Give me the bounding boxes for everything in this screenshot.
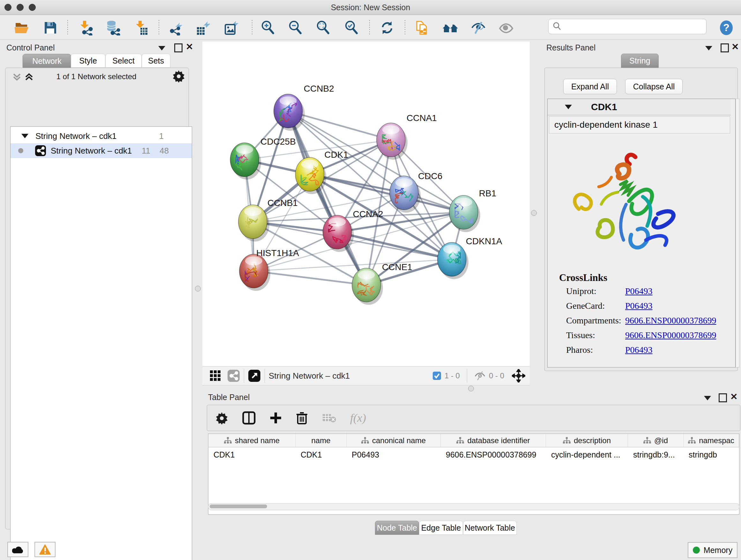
import-table-button[interactable]	[133, 19, 151, 36]
selected-checkbox-icon[interactable]	[432, 371, 441, 380]
collapse-all-button[interactable]: Collapse All	[625, 79, 683, 94]
column-header-label: namespac	[699, 436, 734, 445]
import-network-icon	[78, 20, 94, 36]
panel-float-icon[interactable]	[174, 44, 183, 52]
panel-close-icon[interactable]: ✕	[730, 391, 738, 402]
warnings-button[interactable]	[35, 542, 56, 557]
table-cell[interactable]: CDK1	[295, 448, 347, 462]
table-cell[interactable]: CDK1	[208, 448, 295, 462]
zoom-fit-button[interactable]	[314, 19, 332, 36]
help-button[interactable]: ?	[718, 19, 735, 36]
bottom-splitter-grip[interactable]	[468, 386, 474, 391]
hidden-eye-icon[interactable]	[474, 371, 486, 381]
export-image-button[interactable]	[222, 19, 240, 36]
network-node-HIST1H1A[interactable]: HIST1H1A	[239, 248, 299, 291]
panel-close-icon[interactable]: ✕	[731, 42, 739, 52]
crosslink-value-link[interactable]: P06493	[625, 286, 653, 296]
crosslink-value-link[interactable]: 9606.ENSP00000378699	[625, 330, 716, 340]
network-row[interactable]: String Network – cdk1 11 48	[10, 143, 192, 158]
network-options-gear-icon[interactable]	[172, 70, 185, 84]
zoom-in-button[interactable]	[259, 19, 277, 36]
table-cell[interactable]: 9606.ENSP00000378699	[441, 448, 546, 462]
detach-view-icon[interactable]	[248, 369, 261, 382]
collection-expand-icon[interactable]	[21, 134, 28, 138]
table-hscrollbar[interactable]	[208, 503, 739, 510]
column-header--id[interactable]: @id	[628, 434, 684, 447]
network-node-CDC6[interactable]: CDC6	[390, 171, 442, 212]
cloud-button[interactable]	[7, 542, 28, 557]
left-splitter-grip[interactable]	[195, 286, 201, 292]
export-network-button[interactable]	[167, 19, 185, 36]
column-tree-icon	[643, 437, 651, 444]
node-table[interactable]: shared nameCDK1nameCDK1canonical nameP06…	[208, 434, 739, 515]
save-session-button[interactable]	[42, 19, 59, 36]
network-node-RB1[interactable]: RB1	[449, 188, 496, 232]
search-box[interactable]	[548, 19, 706, 34]
crosslink-value-link[interactable]: P06493	[625, 301, 653, 311]
column-header-shared-name[interactable]: shared name	[208, 434, 295, 447]
column-header-description[interactable]: description	[546, 434, 628, 447]
show-all-button[interactable]	[497, 19, 515, 36]
table-cell[interactable]: stringdb:9...	[628, 448, 684, 462]
birdseye-view-icon[interactable]	[227, 369, 240, 382]
table-hscrollbar-thumb[interactable]	[210, 504, 267, 508]
panel-menu-icon[interactable]	[704, 396, 711, 400]
network-node-CDKN1A[interactable]: CDKN1A	[437, 236, 502, 279]
tab-string[interactable]: String	[621, 54, 659, 68]
panel-menu-icon[interactable]	[705, 46, 712, 51]
protein-card-header[interactable]: CDK1	[548, 99, 731, 115]
table-cell[interactable]: stringdb	[684, 448, 739, 462]
tab-network[interactable]: Network	[22, 54, 71, 68]
zoom-selected-button[interactable]	[343, 19, 360, 36]
tab-node-table[interactable]: Node Table	[375, 521, 419, 535]
table-gear-icon[interactable]	[215, 412, 228, 424]
tab-sets[interactable]: Sets	[142, 54, 171, 68]
results-scrollbar[interactable]	[736, 99, 739, 368]
network-node-CCNE1[interactable]: CCNE1	[352, 262, 412, 305]
network-collection-row[interactable]: String Network – cdk1 1	[10, 129, 192, 143]
import-network-file-button[interactable]	[77, 19, 95, 36]
panel-float-icon[interactable]	[719, 393, 727, 402]
crosslink-value-link[interactable]: 9606.ENSP00000378699	[625, 315, 716, 326]
expand-all-networks-icon[interactable]	[23, 71, 35, 84]
expand-all-button[interactable]: Expand All	[563, 79, 617, 94]
tab-select[interactable]: Select	[105, 54, 142, 68]
tab-network-table[interactable]: Network Table	[463, 521, 517, 535]
memory-button[interactable]: Memory	[688, 542, 738, 558]
add-column-icon[interactable]	[270, 412, 282, 424]
string-documents-button[interactable]	[413, 19, 431, 36]
network-canvas[interactable]: CCNB2CCNA1CDC25BCDK1CDC6RB1CCNB1CCNA2CDK…	[202, 42, 530, 366]
search-input[interactable]	[564, 22, 703, 31]
panel-close-icon[interactable]: ✕	[186, 42, 193, 52]
network-edge[interactable]	[254, 271, 366, 285]
column-header-namespac[interactable]: namespac	[684, 434, 739, 447]
tab-style[interactable]: Style	[71, 54, 105, 68]
network-node-CCNA1[interactable]: CCNA1	[377, 113, 437, 160]
refresh-button[interactable]	[378, 19, 396, 36]
column-header-name[interactable]: name	[295, 434, 347, 447]
fit-content-crosshair-icon[interactable]	[512, 369, 525, 382]
open-file-button[interactable]	[13, 19, 30, 36]
export-table-button[interactable]	[194, 19, 212, 36]
hide-unselected-button[interactable]	[469, 19, 487, 36]
network-edge[interactable]	[288, 111, 366, 285]
network-node-CDC25B[interactable]: CDC25B	[230, 137, 295, 179]
panel-float-icon[interactable]	[721, 44, 729, 52]
delete-column-icon[interactable]	[296, 412, 308, 424]
column-selector-icon[interactable]	[242, 411, 256, 425]
panel-menu-icon[interactable]	[158, 46, 165, 51]
home-pair-button[interactable]	[441, 19, 459, 36]
crosslink-value-link[interactable]: P06493	[625, 345, 653, 355]
zoom-out-button[interactable]	[286, 19, 305, 36]
import-network-database-button[interactable]	[105, 19, 122, 36]
right-splitter-grip[interactable]	[531, 210, 537, 216]
tab-edge-table[interactable]: Edge Table	[419, 521, 463, 535]
column-header-canonical-name[interactable]: canonical name	[347, 434, 441, 447]
table-cell[interactable]: P06493	[347, 448, 441, 462]
collapse-all-networks-icon[interactable]	[11, 71, 22, 84]
table-cell[interactable]: cyclin-dependent ...	[546, 448, 628, 462]
column-header-database-identifier[interactable]: database identifier	[441, 434, 546, 447]
protein-collapse-icon[interactable]	[565, 105, 572, 109]
network-node-CCNB2[interactable]: CCNB2	[274, 84, 334, 131]
grid-view-icon[interactable]	[209, 370, 221, 382]
